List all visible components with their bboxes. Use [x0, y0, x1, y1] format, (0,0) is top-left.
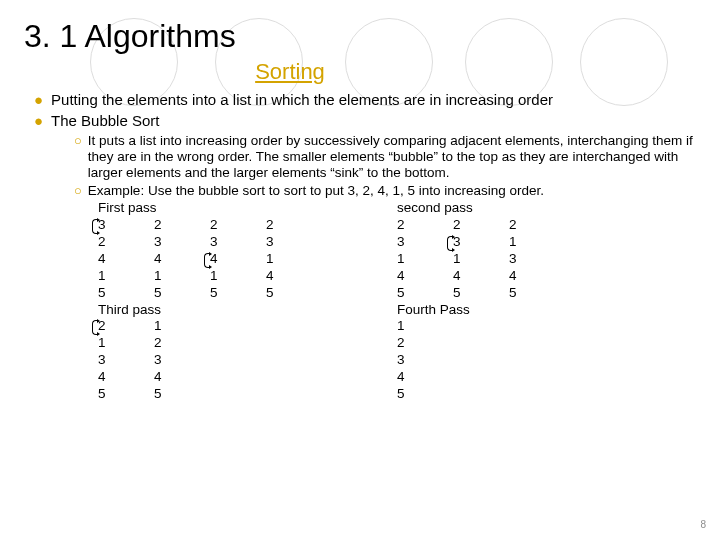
- second-pass-label: second pass: [397, 200, 696, 216]
- bullet-icon: ●: [34, 112, 43, 131]
- subbullet-text: Example: Use the bubble sort to sort to …: [88, 183, 544, 199]
- fourth-pass: Fourth Pass 12345: [397, 302, 696, 403]
- bullet-text: The Bubble Sort: [51, 112, 159, 131]
- third-pass-col2: 12345: [154, 318, 210, 403]
- bullet-bubble-sort: ● The Bubble Sort: [34, 112, 696, 131]
- first-pass-col1: 32415: [98, 217, 154, 302]
- bullet-text: Putting the elements into a list in whic…: [51, 91, 553, 110]
- third-pass-label: Third pass: [98, 302, 397, 318]
- bullet-icon: ●: [34, 91, 43, 110]
- subbullet-text: It puts a list into increasing order by …: [88, 133, 696, 182]
- second-pass-col3: 21345: [509, 217, 565, 302]
- second-pass-col1: 23145: [397, 217, 453, 302]
- slide-title: 3. 1 Algorithms: [0, 0, 720, 55]
- page-number: 8: [700, 519, 706, 530]
- slide-content: ● Putting the elements into a list in wh…: [0, 91, 720, 403]
- fourth-pass-label: Fourth Pass: [397, 302, 696, 318]
- first-pass-col4: 23145: [266, 217, 322, 302]
- second-pass-col2: 23145: [453, 217, 509, 302]
- first-pass: First pass 32415 23415 23415 23145: [98, 200, 397, 301]
- third-pass: Third pass 21345 12345: [98, 302, 397, 403]
- bullet-definition: ● Putting the elements into a list in wh…: [34, 91, 696, 110]
- subbullet-description: ○ It puts a list into increasing order b…: [74, 133, 696, 182]
- subbullet-icon: ○: [74, 133, 82, 182]
- fourth-pass-col1: 12345: [397, 318, 453, 403]
- first-pass-col3: 23415: [210, 217, 266, 302]
- bubble-sort-passes: First pass 32415 23415 23415 23145: [98, 200, 696, 403]
- subbullet-icon: ○: [74, 183, 82, 199]
- first-pass-label: First pass: [98, 200, 397, 216]
- first-pass-col2: 23415: [154, 217, 210, 302]
- slide-subtitle: Sorting: [0, 59, 720, 85]
- second-pass: second pass 23145 23145 21345: [397, 200, 696, 301]
- third-pass-col1: 21345: [98, 318, 154, 403]
- subbullet-example: ○ Example: Use the bubble sort to sort t…: [74, 183, 696, 199]
